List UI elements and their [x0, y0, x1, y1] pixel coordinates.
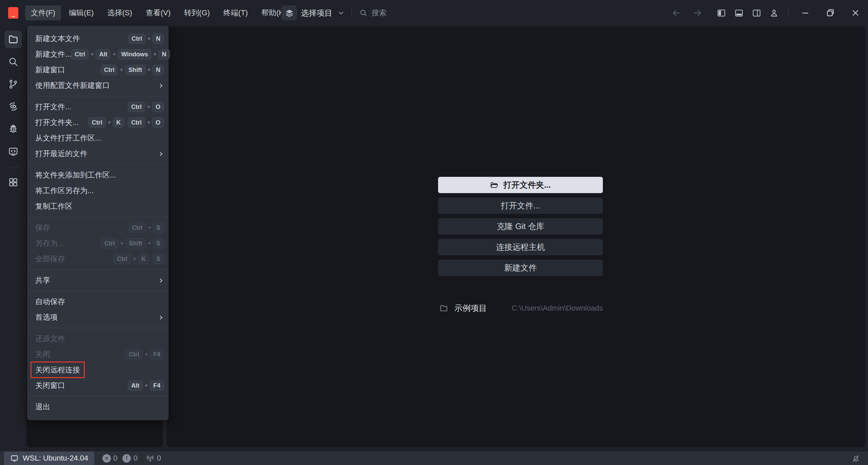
- menu-item-shortcut: Ctrl+Alt+Windows+N: [71, 49, 170, 59]
- app-logo-icon[interactable]: [8, 7, 18, 19]
- menubar-item-edit[interactable]: 编辑(E): [63, 5, 99, 20]
- welcome-button-0[interactable]: 打开文件夹...: [438, 177, 603, 193]
- keycap: O: [152, 117, 164, 128]
- project-selector-label: 选择项目: [301, 8, 332, 18]
- menu-item[interactable]: 打开最近的文件: [27, 146, 169, 162]
- toggle-panel-button[interactable]: [730, 4, 748, 22]
- menu-item-shortcut: Ctrl+N: [128, 34, 164, 44]
- keycap: F4: [150, 349, 164, 359]
- welcome-button-1[interactable]: 打开文件...: [438, 198, 603, 214]
- plus-sign: +: [133, 255, 136, 263]
- notifications-button[interactable]: [851, 454, 861, 463]
- chevron-right-icon: [158, 315, 164, 320]
- menu-item-label: 从文件打开工作区...: [35, 133, 101, 143]
- menubar-item-file[interactable]: 文件(F): [25, 5, 61, 20]
- forward-button[interactable]: [689, 4, 706, 22]
- toggle-primary-sidebar-button[interactable]: [712, 4, 730, 22]
- problems-indicator[interactable]: ✕ 0 ! 0: [102, 454, 138, 463]
- menu-item[interactable]: 复制工作区: [27, 199, 169, 214]
- recent-project-row[interactable]: 示例项目 C:\Users\Admin\Downloads: [438, 300, 603, 316]
- keycap: F4: [150, 380, 164, 391]
- menu-item-label: 打开文件夹...: [35, 117, 79, 128]
- menu-item[interactable]: 首选项: [27, 310, 169, 325]
- menu-item[interactable]: 使用配置文件新建窗口: [27, 78, 169, 93]
- welcome-button-3[interactable]: 连接远程主机: [438, 239, 603, 255]
- toggle-secondary-sidebar-button[interactable]: [748, 4, 765, 22]
- menubar-item-go[interactable]: 转到(G): [178, 5, 216, 20]
- keycap: N: [153, 65, 164, 75]
- menu-item-label: 首选项: [35, 312, 58, 322]
- titlebar-divider: [272, 8, 272, 18]
- keycap: S: [153, 223, 164, 233]
- menu-item[interactable]: 还原文件: [27, 331, 169, 347]
- project-selector-button[interactable]: 选择项目: [281, 5, 344, 20]
- plus-sign: +: [147, 35, 151, 42]
- menu-item[interactable]: 打开文件夹...Ctrl+KCtrl+O: [27, 115, 169, 130]
- menu-item-label: 将文件夹添加到工作区...: [35, 170, 116, 180]
- welcome-button-4[interactable]: 新建文件: [438, 260, 603, 276]
- search-input[interactable]: 搜索: [359, 5, 387, 20]
- remote-indicator[interactable]: WSL: Ubuntu-24.04: [4, 451, 94, 465]
- close-window-button[interactable]: [843, 0, 868, 26]
- menu-item[interactable]: 自动保存: [27, 294, 169, 310]
- back-button[interactable]: [668, 4, 685, 22]
- shortcut-group: Alt+F4: [128, 380, 164, 391]
- ports-indicator[interactable]: 0: [146, 454, 161, 463]
- arrow-right-icon: [693, 8, 702, 18]
- menu-item[interactable]: 新建窗口Ctrl+Shift+N: [27, 62, 169, 78]
- sidebar-item-extensions[interactable]: [4, 173, 22, 191]
- sidebar-item-code-review[interactable]: [4, 98, 22, 115]
- minimize-icon: [801, 8, 810, 17]
- menu-item[interactable]: 保存Ctrl+S: [27, 220, 169, 236]
- menu-item[interactable]: 关闭远程连接: [27, 362, 169, 378]
- welcome-button-label: 连接远程主机: [496, 242, 545, 253]
- shortcut-group: S: [153, 254, 164, 264]
- minimize-button[interactable]: [793, 0, 818, 26]
- keycap: K: [138, 254, 149, 264]
- sidebar-item-explorer[interactable]: [4, 31, 22, 48]
- chevron-right-icon: [158, 151, 164, 157]
- eye-icon: [8, 101, 19, 112]
- menu-item[interactable]: 将文件夹添加到工作区...: [27, 167, 169, 183]
- sidebar-item-source-control[interactable]: [4, 75, 22, 93]
- menu-item-label: 关闭: [35, 349, 50, 359]
- menu-item[interactable]: 关闭Ctrl+F4: [27, 347, 169, 362]
- restore-button[interactable]: [818, 0, 843, 26]
- menu-item[interactable]: 全部保存Ctrl+KS: [27, 251, 169, 267]
- shortcut-group: Ctrl+F4: [125, 349, 164, 359]
- close-icon: [851, 8, 860, 17]
- sidebar-item-search[interactable]: [4, 53, 22, 71]
- account-button[interactable]: [765, 4, 783, 22]
- app-window: 文件(F)编辑(E)选择(S)查看(V)转到(G)终端(T)帮助(H) 选择项目…: [0, 0, 868, 465]
- menu-separator: [27, 217, 169, 217]
- keycap: Ctrl: [129, 223, 146, 233]
- sidebar-right-icon: [752, 8, 761, 18]
- menu-item[interactable]: 共享: [27, 273, 169, 288]
- status-bar: WSL: Ubuntu-24.04 ✕ 0 ! 0 0: [0, 451, 868, 465]
- recent-project-name[interactable]: 示例项目: [454, 303, 487, 314]
- menubar-item-selection[interactable]: 选择(S): [101, 5, 138, 20]
- activity-bar: [0, 26, 26, 451]
- menu-item[interactable]: 退出: [27, 399, 169, 415]
- menu-item-shortcut: Ctrl+KS: [114, 254, 164, 264]
- keycap: Ctrl: [128, 34, 145, 44]
- menu-item[interactable]: 关闭窗口Alt+F4: [27, 378, 169, 393]
- menubar-item-view[interactable]: 查看(V): [140, 5, 176, 20]
- menu-item-label: 使用配置文件新建窗口: [35, 80, 110, 91]
- plus-sign: +: [120, 66, 123, 74]
- menu-item[interactable]: 从文件打开工作区...: [27, 130, 169, 146]
- sidebar-item-run-debug[interactable]: [4, 120, 22, 138]
- bug-icon: [8, 124, 19, 134]
- menu-item[interactable]: 新建文本文件Ctrl+N: [27, 31, 169, 46]
- keycap: Ctrl: [101, 65, 118, 75]
- sidebar-item-remote-explorer[interactable]: [4, 143, 22, 160]
- menubar-item-terminal[interactable]: 终端(T): [218, 5, 254, 20]
- menu-item[interactable]: 打开文件...Ctrl+O: [27, 99, 169, 115]
- menu-separator: [27, 328, 169, 328]
- welcome-button-2[interactable]: 克隆 Git 仓库: [438, 218, 603, 235]
- grid-icon: [8, 177, 19, 188]
- menu-item[interactable]: 将工作区另存为...: [27, 183, 169, 199]
- menu-item-label: 还原文件: [35, 334, 65, 344]
- menu-item[interactable]: 另存为...Ctrl+Shift+S: [27, 236, 169, 251]
- menu-item[interactable]: 新建文件...Ctrl+Alt+Windows+N: [27, 46, 169, 62]
